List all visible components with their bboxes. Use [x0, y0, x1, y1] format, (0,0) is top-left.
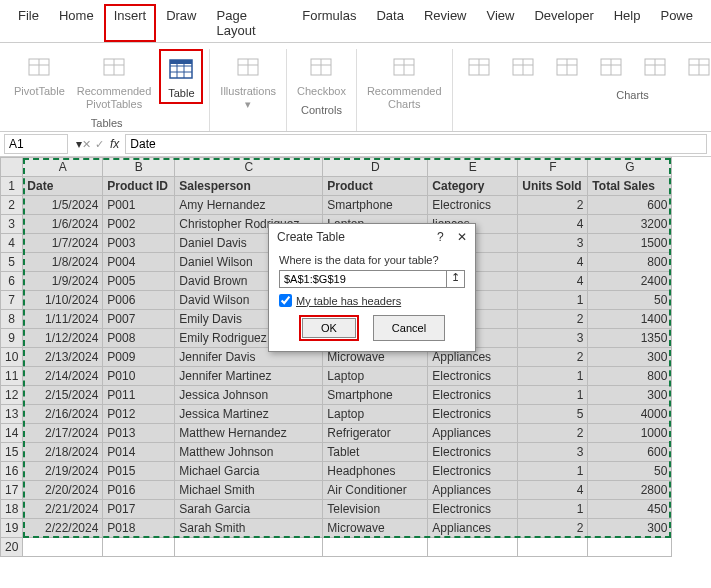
cancel-formula-icon[interactable]: ✕: [82, 138, 91, 151]
cell[interactable]: P018: [103, 519, 175, 538]
cell[interactable]: 1/11/2024: [23, 310, 103, 329]
ribbon-checkbox[interactable]: Checkbox: [293, 49, 350, 100]
cell[interactable]: 2/19/2024: [23, 462, 103, 481]
cell[interactable]: Michael Garcia: [175, 462, 323, 481]
cancel-button[interactable]: Cancel: [373, 315, 445, 341]
cell[interactable]: 3200: [588, 215, 672, 234]
cell[interactable]: 2/16/2024: [23, 405, 103, 424]
cell[interactable]: [175, 538, 323, 557]
cell[interactable]: 2: [518, 196, 588, 215]
cell[interactable]: Electronics: [428, 367, 518, 386]
cell[interactable]: [588, 538, 672, 557]
cell[interactable]: Laptop: [323, 405, 428, 424]
row-header[interactable]: 20: [1, 538, 23, 557]
cell[interactable]: 4: [518, 215, 588, 234]
ribbon-line[interactable]: [503, 49, 543, 85]
cell[interactable]: P015: [103, 462, 175, 481]
col-header-C[interactable]: C: [175, 158, 323, 177]
cell[interactable]: 5: [518, 405, 588, 424]
row-header[interactable]: 4: [1, 234, 23, 253]
cell[interactable]: 450: [588, 500, 672, 519]
cell[interactable]: [323, 538, 428, 557]
tab-home[interactable]: Home: [49, 4, 104, 42]
cell[interactable]: 1: [518, 367, 588, 386]
cell[interactable]: Electronics: [428, 405, 518, 424]
cell[interactable]: Amy Hernandez: [175, 196, 323, 215]
cell[interactable]: P017: [103, 500, 175, 519]
col-header-G[interactable]: G: [588, 158, 672, 177]
cell[interactable]: Category: [428, 177, 518, 196]
cell[interactable]: Smartphone: [323, 386, 428, 405]
headers-checkbox[interactable]: [279, 294, 292, 307]
ribbon-recommended-pivottables[interactable]: RecommendedPivotTables: [73, 49, 156, 113]
tab-draw[interactable]: Draw: [156, 4, 206, 42]
tab-review[interactable]: Review: [414, 4, 477, 42]
cell[interactable]: Television: [323, 500, 428, 519]
row-header[interactable]: 17: [1, 481, 23, 500]
row-header[interactable]: 7: [1, 291, 23, 310]
cell[interactable]: 2400: [588, 272, 672, 291]
cell[interactable]: 2/13/2024: [23, 348, 103, 367]
tab-page layout[interactable]: Page Layout: [207, 4, 293, 42]
ribbon-pivottable[interactable]: PivotTable: [10, 49, 69, 100]
cell[interactable]: Electronics: [428, 462, 518, 481]
tab-view[interactable]: View: [477, 4, 525, 42]
col-header-D[interactable]: D: [323, 158, 428, 177]
cell[interactable]: Product ID: [103, 177, 175, 196]
cell[interactable]: Jessica Martinez: [175, 405, 323, 424]
cell[interactable]: P005: [103, 272, 175, 291]
cell[interactable]: Appliances: [428, 424, 518, 443]
cell[interactable]: 1: [518, 500, 588, 519]
cell[interactable]: P016: [103, 481, 175, 500]
cell[interactable]: 1: [518, 462, 588, 481]
cell[interactable]: P002: [103, 215, 175, 234]
tab-help[interactable]: Help: [604, 4, 651, 42]
cell[interactable]: P008: [103, 329, 175, 348]
row-header[interactable]: 11: [1, 367, 23, 386]
formula-input[interactable]: [125, 134, 707, 154]
cell[interactable]: Units Sold: [518, 177, 588, 196]
ok-button[interactable]: OK: [302, 318, 356, 338]
cell[interactable]: Sarah Smith: [175, 519, 323, 538]
cell[interactable]: 2: [518, 348, 588, 367]
row-header[interactable]: 15: [1, 443, 23, 462]
row-header[interactable]: 16: [1, 462, 23, 481]
cell[interactable]: 1/10/2024: [23, 291, 103, 310]
cell[interactable]: P011: [103, 386, 175, 405]
cell[interactable]: Total Sales: [588, 177, 672, 196]
cell[interactable]: [428, 538, 518, 557]
cell[interactable]: 3: [518, 443, 588, 462]
col-header-F[interactable]: F: [518, 158, 588, 177]
grid[interactable]: ABCDEFG 1DateProduct IDSalespersonProduc…: [0, 157, 672, 557]
cell[interactable]: Matthew Hernandez: [175, 424, 323, 443]
cell[interactable]: 1400: [588, 310, 672, 329]
cell[interactable]: 3: [518, 234, 588, 253]
cell[interactable]: 2800: [588, 481, 672, 500]
cell[interactable]: 1/12/2024: [23, 329, 103, 348]
cell[interactable]: 4000: [588, 405, 672, 424]
cell[interactable]: Electronics: [428, 196, 518, 215]
cell[interactable]: 600: [588, 443, 672, 462]
cell[interactable]: P009: [103, 348, 175, 367]
ribbon-bar[interactable]: [459, 49, 499, 85]
cell[interactable]: Appliances: [428, 519, 518, 538]
cell[interactable]: Matthew Johnson: [175, 443, 323, 462]
row-header[interactable]: 8: [1, 310, 23, 329]
row-header[interactable]: 14: [1, 424, 23, 443]
cell[interactable]: P006: [103, 291, 175, 310]
cell[interactable]: 300: [588, 386, 672, 405]
cell[interactable]: Refrigerator: [323, 424, 428, 443]
cell[interactable]: Air Conditioner: [323, 481, 428, 500]
cell[interactable]: 4: [518, 272, 588, 291]
cell[interactable]: Michael Smith: [175, 481, 323, 500]
col-header-A[interactable]: A: [23, 158, 103, 177]
row-header[interactable]: 10: [1, 348, 23, 367]
ribbon-table[interactable]: Table: [159, 49, 203, 104]
cell[interactable]: 50: [588, 462, 672, 481]
headers-checkbox-label[interactable]: My table has headers: [279, 294, 465, 307]
tab-insert[interactable]: Insert: [104, 4, 157, 42]
tab-developer[interactable]: Developer: [524, 4, 603, 42]
row-header[interactable]: 2: [1, 196, 23, 215]
cell[interactable]: 1/6/2024: [23, 215, 103, 234]
cell[interactable]: 1: [518, 291, 588, 310]
